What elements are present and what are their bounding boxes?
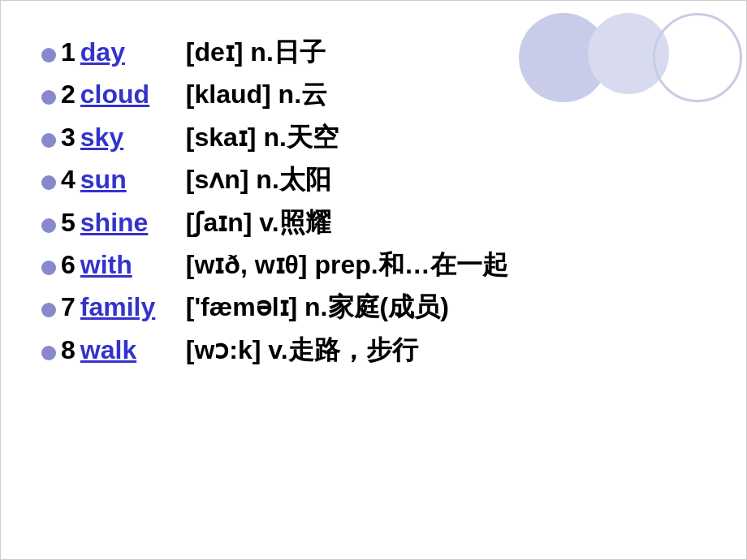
word-number: 6 [61, 246, 76, 283]
phonetic: [ʃaɪn] v.照耀 [186, 204, 331, 241]
translation: 云 [301, 80, 327, 109]
word-item: 6 with [wɪð, wɪθ] prep.和…在一起 [41, 246, 714, 283]
word-item: 7 family ['fæməlɪ] n.家庭(成员) [41, 288, 714, 325]
translation: 家庭(成员) [328, 292, 449, 321]
translation: 照耀 [279, 208, 331, 237]
bullet-icon [41, 90, 56, 105]
word-item: 5 shine [ʃaɪn] v.照耀 [41, 204, 714, 241]
phonetic: [klaud] n.云 [186, 75, 327, 113]
circle-3 [653, 13, 742, 102]
bullet-icon [41, 303, 56, 317]
word-link[interactable]: with [80, 246, 170, 283]
word-number: 4 [61, 161, 76, 198]
bullet-icon [41, 261, 56, 275]
word-link[interactable]: family [80, 288, 170, 325]
word-number: 5 [61, 204, 76, 241]
decorative-circles [519, 9, 730, 114]
translation: 太阳 [279, 165, 331, 194]
word-link[interactable]: walk [80, 331, 170, 368]
bullet-icon [41, 218, 56, 233]
bullet-icon [41, 48, 56, 62]
bullet-icon [41, 175, 56, 190]
phonetic: [skaɪ] n.天空 [186, 118, 339, 156]
word-item: 4 sun [sʌn] n.太阳 [41, 161, 714, 198]
phonetic: ['fæməlɪ] n.家庭(成员) [186, 288, 449, 325]
translation: 走路，步行 [288, 335, 418, 364]
phonetic: [wɪð, wɪθ] prep.和…在一起 [186, 246, 508, 283]
translation: 和…在一起 [378, 250, 508, 279]
word-item: 3 sky [skaɪ] n.天空 [41, 118, 714, 156]
word-number: 3 [61, 118, 76, 156]
phonetic: [deɪ] n.日子 [186, 33, 326, 71]
bullet-icon [41, 133, 56, 148]
word-link[interactable]: shine [80, 204, 170, 241]
word-number: 1 [61, 33, 76, 71]
phonetic: [sʌn] n.太阳 [186, 161, 331, 198]
word-item: 8 walk [wɔ:k] v.走路，步行 [41, 331, 714, 368]
translation: 日子 [274, 37, 326, 67]
word-number: 2 [61, 75, 76, 113]
phonetic: [wɔ:k] v.走路，步行 [186, 331, 418, 368]
translation: 天空 [287, 123, 339, 152]
word-number: 7 [61, 288, 76, 325]
slide: 1 day [deɪ] n.日子 2 cloud [klaud] n.云 3 s… [0, 0, 747, 560]
word-number: 8 [61, 331, 76, 368]
word-link[interactable]: sun [80, 161, 170, 198]
bullet-icon [41, 346, 56, 360]
word-link[interactable]: sky [80, 118, 170, 156]
word-link[interactable]: day [80, 33, 170, 71]
word-link[interactable]: cloud [80, 75, 170, 113]
